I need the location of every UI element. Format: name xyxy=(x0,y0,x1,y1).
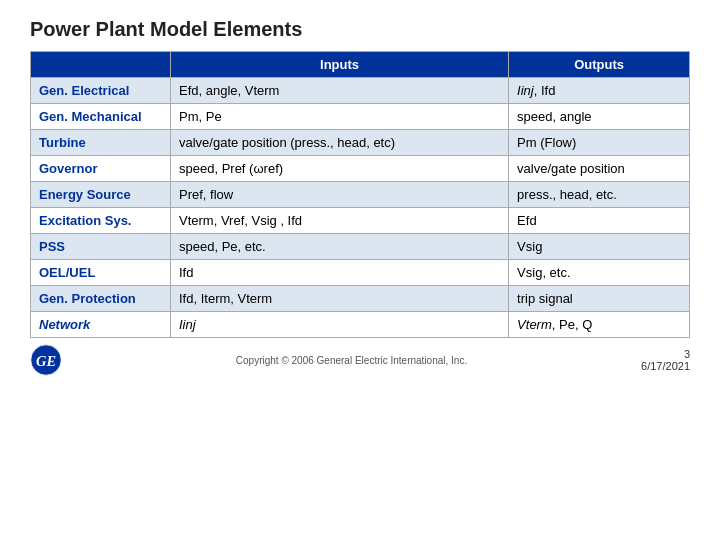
footer-page-info: 3 6/17/2021 xyxy=(641,348,690,372)
col-header-inputs: Inputs xyxy=(171,52,509,78)
table-row: Turbinevalve/gate position (press., head… xyxy=(31,130,690,156)
model-elements-table: Inputs Outputs Gen. ElectricalEfd, angle… xyxy=(30,51,690,338)
row-outputs: Iinj, Ifd xyxy=(509,78,690,104)
row-label: OEL/UEL xyxy=(31,260,171,286)
row-inputs: speed, Pref (ωref) xyxy=(171,156,509,182)
footer-copyright: Copyright © 2006 General Electric Intern… xyxy=(62,355,641,366)
row-label: Governor xyxy=(31,156,171,182)
footer-date: 6/17/2021 xyxy=(641,360,690,372)
row-label: Gen. Protection xyxy=(31,286,171,312)
row-inputs: Iinj xyxy=(171,312,509,338)
table-row: Energy SourcePref, flowpress., head, etc… xyxy=(31,182,690,208)
table-row: Gen. ProtectionIfd, Iterm, Vtermtrip sig… xyxy=(31,286,690,312)
table-row: OEL/UELIfdVsig, etc. xyxy=(31,260,690,286)
row-outputs: Vsig, etc. xyxy=(509,260,690,286)
row-label: Excitation Sys. xyxy=(31,208,171,234)
row-label: Gen. Electrical xyxy=(31,78,171,104)
footer-left: GE xyxy=(30,344,62,376)
row-label: PSS xyxy=(31,234,171,260)
table-row: Excitation Sys.Vterm, Vref, Vsig , IfdEf… xyxy=(31,208,690,234)
row-outputs: Vsig xyxy=(509,234,690,260)
row-outputs: valve/gate position xyxy=(509,156,690,182)
row-outputs: Pm (Flow) xyxy=(509,130,690,156)
row-outputs: trip signal xyxy=(509,286,690,312)
row-inputs: Pref, flow xyxy=(171,182,509,208)
row-outputs: speed, angle xyxy=(509,104,690,130)
row-label: Network xyxy=(31,312,171,338)
table-row: Gen. MechanicalPm, Pespeed, angle xyxy=(31,104,690,130)
row-label: Energy Source xyxy=(31,182,171,208)
footer: GE Copyright © 2006 General Electric Int… xyxy=(30,344,690,376)
row-inputs: Pm, Pe xyxy=(171,104,509,130)
row-inputs: Ifd, Iterm, Vterm xyxy=(171,286,509,312)
col-header-empty xyxy=(31,52,171,78)
row-outputs: Efd xyxy=(509,208,690,234)
row-inputs: Vterm, Vref, Vsig , Ifd xyxy=(171,208,509,234)
row-label: Turbine xyxy=(31,130,171,156)
table-row: PSSspeed, Pe, etc.Vsig xyxy=(31,234,690,260)
svg-text:GE: GE xyxy=(36,353,56,369)
table-row: Gen. ElectricalEfd, angle, VtermIinj, If… xyxy=(31,78,690,104)
table-row: NetworkIinjVterm, Pe, Q xyxy=(31,312,690,338)
table-row: Governorspeed, Pref (ωref)valve/gate pos… xyxy=(31,156,690,182)
page-title: Power Plant Model Elements xyxy=(30,18,690,41)
row-outputs: press., head, etc. xyxy=(509,182,690,208)
row-inputs: speed, Pe, etc. xyxy=(171,234,509,260)
row-inputs: Ifd xyxy=(171,260,509,286)
row-inputs: valve/gate position (press., head, etc) xyxy=(171,130,509,156)
row-outputs: Vterm, Pe, Q xyxy=(509,312,690,338)
ge-logo-icon: GE xyxy=(30,344,62,376)
row-inputs: Efd, angle, Vterm xyxy=(171,78,509,104)
row-label: Gen. Mechanical xyxy=(31,104,171,130)
page: Power Plant Model Elements Inputs Output… xyxy=(0,0,720,540)
footer-page-number: 3 xyxy=(641,348,690,360)
col-header-outputs: Outputs xyxy=(509,52,690,78)
